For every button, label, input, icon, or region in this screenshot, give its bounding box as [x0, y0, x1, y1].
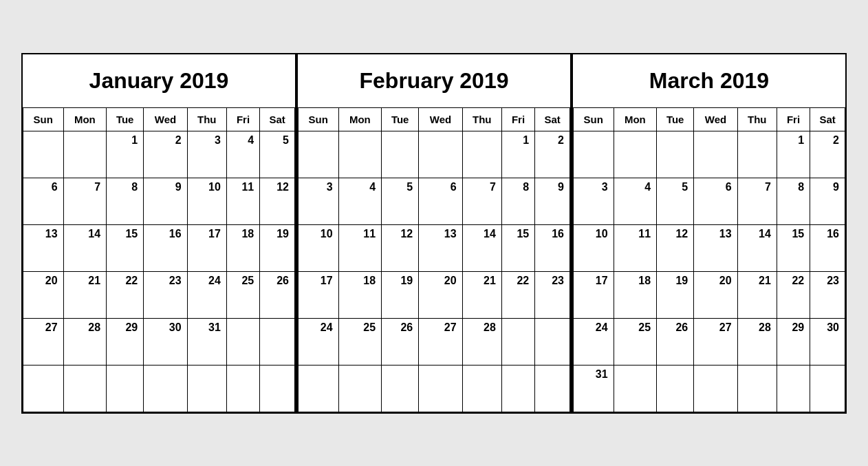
calendar-cell: 19	[657, 271, 694, 318]
calendar-cell	[23, 131, 64, 178]
calendar-cell	[694, 131, 737, 178]
calendar-cell: 24	[187, 271, 226, 318]
day-header-wed: Wed	[144, 107, 187, 131]
day-header-tue: Tue	[657, 107, 694, 131]
calendar-cell: 7	[63, 178, 106, 224]
calendar-title-january-2019: January 2019	[23, 54, 295, 107]
calendar-title-february-2019: February 2019	[298, 54, 570, 107]
calendar-cell: 14	[462, 224, 501, 271]
calendar-cell: 5	[260, 131, 295, 178]
calendar-cell: 13	[694, 224, 737, 271]
calendar-cell: 22	[107, 271, 144, 318]
calendar-cell: 24	[574, 318, 614, 365]
calendar-cell	[574, 131, 614, 178]
calendar-cell: 30	[810, 318, 845, 365]
day-header-sun: Sun	[299, 107, 339, 131]
calendar-cell: 6	[694, 178, 737, 224]
calendar-cell: 21	[737, 271, 777, 318]
calendar-cell: 2	[810, 131, 845, 178]
calendar-cell: 30	[144, 318, 187, 365]
calendar-cell	[226, 318, 259, 365]
calendar-table-february-2019: SunMonTueWedThuFriSat1234567891011121314…	[298, 107, 570, 412]
calendar-cell: 10	[187, 178, 226, 224]
calendar-cell	[107, 365, 144, 412]
calendar-cell: 5	[382, 178, 419, 224]
calendar-cell	[501, 365, 534, 412]
calendar-cell	[657, 365, 694, 412]
calendar-cell	[144, 365, 187, 412]
calendar-cell	[419, 131, 462, 178]
calendar-cell: 11	[338, 224, 381, 271]
day-header-sun: Sun	[23, 107, 64, 131]
calendar-cell: 25	[338, 318, 381, 365]
calendar-cell: 6	[419, 178, 462, 224]
calendar-cell: 10	[574, 224, 614, 271]
calendar-cell: 3	[574, 178, 614, 224]
calendar-cell: 22	[501, 271, 534, 318]
calendar-table-january-2019: SunMonTueWedThuFriSat1234567891011121314…	[23, 107, 295, 412]
calendar-january-2019: January 2019SunMonTueWedThuFriSat1234567…	[21, 53, 296, 414]
day-header-sat: Sat	[260, 107, 295, 131]
calendar-cell: 9	[535, 178, 570, 224]
day-header-fri: Fri	[501, 107, 534, 131]
calendar-march-2019: March 2019SunMonTueWedThuFriSat123456789…	[572, 53, 847, 414]
calendar-cell	[737, 365, 777, 412]
calendar-title-march-2019: March 2019	[573, 54, 845, 107]
calendar-cell: 27	[23, 318, 64, 365]
calendar-cell	[63, 365, 106, 412]
calendar-cell	[382, 131, 419, 178]
calendar-cell: 31	[574, 365, 614, 412]
calendar-cell: 15	[107, 224, 144, 271]
calendar-cell: 15	[777, 224, 810, 271]
calendar-cell: 8	[107, 178, 144, 224]
calendar-cell	[462, 365, 501, 412]
calendar-cell: 3	[187, 131, 226, 178]
calendar-cell: 31	[187, 318, 226, 365]
calendar-cell	[694, 365, 737, 412]
calendar-cell: 29	[777, 318, 810, 365]
calendar-cell: 13	[419, 224, 462, 271]
calendar-cell: 4	[226, 131, 259, 178]
calendar-cell: 10	[299, 224, 339, 271]
calendar-cell: 4	[614, 178, 656, 224]
calendar-cell: 18	[226, 224, 259, 271]
calendar-cell: 16	[810, 224, 845, 271]
calendar-cell: 14	[737, 224, 777, 271]
calendar-cell: 26	[657, 318, 694, 365]
calendar-cell: 28	[737, 318, 777, 365]
calendar-cell: 28	[462, 318, 501, 365]
day-header-thu: Thu	[462, 107, 501, 131]
calendar-cell	[338, 131, 381, 178]
calendar-cell: 7	[737, 178, 777, 224]
calendar-cell	[419, 365, 462, 412]
calendar-cell: 17	[187, 224, 226, 271]
calendar-cell: 27	[419, 318, 462, 365]
calendar-cell: 9	[144, 178, 187, 224]
calendars-container: January 2019SunMonTueWedThuFriSat1234567…	[14, 46, 854, 421]
calendar-cell	[338, 365, 381, 412]
calendar-cell: 25	[226, 271, 259, 318]
calendar-cell: 1	[501, 131, 534, 178]
calendar-cell: 12	[382, 224, 419, 271]
calendar-cell: 25	[614, 318, 656, 365]
calendar-cell: 15	[501, 224, 534, 271]
calendar-cell: 21	[462, 271, 501, 318]
calendar-cell: 28	[63, 318, 106, 365]
calendar-cell: 26	[382, 318, 419, 365]
calendar-cell: 18	[614, 271, 656, 318]
calendar-cell	[777, 365, 810, 412]
calendar-cell: 20	[694, 271, 737, 318]
calendar-cell	[187, 365, 226, 412]
day-header-fri: Fri	[777, 107, 810, 131]
calendar-cell: 14	[63, 224, 106, 271]
calendar-cell: 26	[260, 271, 295, 318]
calendar-cell: 18	[338, 271, 381, 318]
calendar-cell	[260, 365, 295, 412]
calendar-cell	[535, 318, 570, 365]
calendar-cell	[810, 365, 845, 412]
calendar-cell	[299, 365, 339, 412]
day-header-sun: Sun	[574, 107, 614, 131]
calendar-cell	[657, 131, 694, 178]
calendar-cell	[382, 365, 419, 412]
day-header-wed: Wed	[419, 107, 462, 131]
